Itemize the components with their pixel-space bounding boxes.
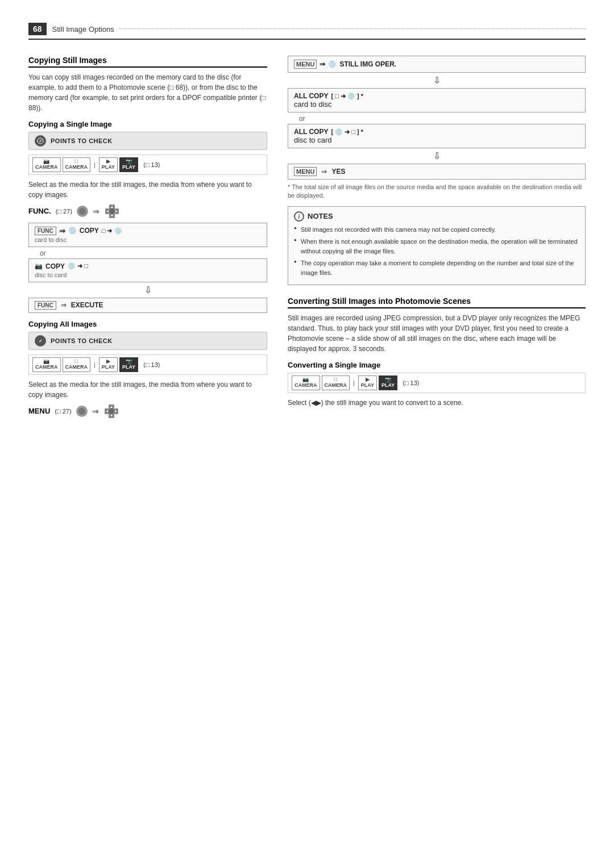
conv-sep: | (353, 379, 355, 386)
header-rule (119, 28, 586, 29)
func-badge-1: FUNC (35, 227, 56, 235)
func-label: FUNC. (28, 207, 51, 215)
allcopy-card-disc-box: ALL COPY [ □ ➜ 💿 ] * card to disc (288, 88, 586, 112)
menu-label-text: MENU (28, 407, 50, 415)
copy-disc-to-card-box: 📷 COPY 💿 ➜ □ disc to card (28, 258, 267, 282)
right-column: MENU ⇒ 💿 STILL IMG OPER. ⇩ ALL COPY [ □ … (288, 56, 586, 423)
disc-icon-1: 💿 (68, 227, 77, 235)
note-2: When there is not enough available space… (294, 237, 579, 256)
dpad-icon (104, 203, 120, 219)
camera-badge-2: □ CAMERA (63, 157, 91, 172)
points-icon: ✓ (35, 135, 46, 147)
copy-sublabel-1: card to disc (35, 236, 261, 243)
note-3: The copy operation may take a moment to … (294, 258, 579, 277)
page-container: 68 Still Image Options Copying Still Ima… (0, 0, 614, 868)
yes-box: MENU ⇒ YES (288, 164, 586, 180)
select-media-text-single: Select as the media for the still images… (28, 180, 267, 200)
conv-camera-badge-1: 📷 CAMERA (292, 375, 320, 390)
disc-icon-right: 💿 (328, 60, 337, 68)
camera-badge-1: 📷 CAMERA (32, 157, 61, 172)
svg-point-14 (78, 407, 85, 414)
play-badge-all-1: ▶ PLAY (99, 357, 118, 372)
func-circle-btn[interactable] (77, 206, 88, 217)
down-arrow-right-2: ⇩ (288, 151, 586, 161)
copy-op-row-2: 📷 COPY 💿 ➜ □ (35, 262, 261, 270)
card-symbol-1: □ ➜ 💿 (102, 227, 122, 235)
subsection-copy-single: Copying a Single Image (28, 120, 267, 128)
menu-badge: MENU (294, 60, 317, 69)
down-arrow-right-1: ⇩ (288, 75, 586, 86)
allcopy-symbols-1: [ □ ➜ 💿 ] * (331, 93, 363, 100)
points-label-all: POINTS TO CHECK (51, 337, 113, 344)
svg-point-19 (109, 408, 114, 414)
mode-indicators-all: 📷 CAMERA □ CAMERA | ▶ PLAY 📷 PLAY (□ 13) (28, 354, 267, 375)
menu-arrow: ⇒ (92, 407, 99, 416)
copy-op-row-1: FUNC ⇒ 💿 COPY □ ➜ 💿 (35, 227, 261, 235)
notes-header: i NOTES (294, 211, 579, 222)
play-badge-all-2: 📷 PLAY (119, 357, 138, 372)
menu-ref: (□ 27) (55, 408, 71, 415)
intro-text: You can copy still images recorded on th… (28, 72, 267, 113)
still-img-row: MENU ⇒ 💿 STILL IMG OPER. (294, 60, 579, 69)
mode-sep-all: | (94, 361, 96, 368)
func-badge-exec: FUNC (35, 301, 56, 310)
note-1: Still images not recorded with this came… (294, 225, 579, 235)
yes-arrow: ⇒ (321, 168, 327, 176)
notes-title: NOTES (308, 212, 333, 220)
play-badge-2-highlighted: 📷 PLAY (119, 157, 138, 172)
menu-dpad-icon (103, 403, 119, 419)
allcopy-sublabel-2: disc to card (294, 136, 579, 144)
points-to-check-single: ✓ POINTS TO CHECK (28, 132, 267, 150)
allcopy-symbols-2: [ 💿 ➜ □ ] * (331, 128, 363, 136)
allcopy-label-2: ALL COPY (294, 128, 328, 136)
mode-indicators-single: 📷 CAMERA □ CAMERA | ▶ PLAY 📷 PLAY (□ 13) (28, 155, 267, 175)
menu-badge-yes: MENU (294, 167, 317, 176)
disc-card-symbols-2: 💿 ➜ □ (68, 262, 88, 270)
page-header: 68 Still Image Options (28, 23, 586, 40)
card-icon-1: 📷 (35, 262, 43, 270)
func-line: FUNC. (□ 27) ⇒ (28, 203, 267, 219)
copy-label-1: COPY (80, 227, 99, 235)
points-icon-all: ✓ (35, 335, 46, 347)
subsection-copy-all: Copying All Images (28, 320, 267, 328)
still-img-oper-box: MENU ⇒ 💿 STILL IMG OPER. (288, 56, 586, 73)
notes-i-icon: i (294, 211, 304, 222)
conv-mode-ref: (□ 13) (403, 379, 419, 386)
allcopy-disc-card-box: ALL COPY [ 💿 ➜ □ ] * disc to card (288, 124, 586, 148)
converting-body-text: Still images are recorded using JPEG com… (288, 313, 586, 354)
mode-sep-1: | (94, 161, 96, 168)
or-separator-right: or (299, 115, 586, 123)
copy-sublabel-2: disc to card (35, 272, 261, 278)
page-number: 68 (28, 23, 47, 35)
func-arrow: ⇒ (93, 207, 99, 216)
svg-text:✓: ✓ (39, 339, 43, 344)
copy-label-2: COPY (45, 262, 65, 270)
copy-card-to-disc-box: FUNC ⇒ 💿 COPY □ ➜ 💿 card to disc (28, 223, 267, 247)
or-separator-1: or (40, 249, 267, 257)
still-arrow: ⇒ (320, 60, 325, 68)
mode-ref-single: (□ 13) (143, 161, 160, 168)
page-header-title: Still Image Options (52, 25, 114, 34)
conv-camera-badge-2: □ CAMERA (322, 375, 350, 390)
yes-label: YES (331, 168, 345, 176)
conv-play-badge-2: 📷 PLAY (379, 375, 397, 390)
footnote-text: * The total size of all image files on t… (288, 183, 586, 201)
notes-box: i NOTES Still images not recorded with t… (288, 206, 586, 286)
menu-line: MENU (□ 27) ⇒ (28, 403, 267, 419)
svg-point-2 (79, 208, 86, 215)
execute-box: FUNC ⇒ EXECUTE (28, 298, 267, 313)
left-column: Copying Still Images You can copy still … (28, 56, 267, 423)
two-col-layout: Copying Still Images You can copy still … (28, 56, 586, 423)
play-badge-1: ▶ PLAY (99, 157, 118, 172)
select-convert-text: Select (◀▶) the still image you want to … (288, 398, 586, 408)
execute-label: EXECUTE (71, 301, 103, 309)
mode-ref-all: (□ 13) (143, 361, 160, 368)
allcopy-row-2: ALL COPY [ 💿 ➜ □ ] * (294, 128, 579, 136)
func-ref: (□ 27) (56, 208, 72, 215)
camera-badge-all-1: 📷 CAMERA (32, 357, 61, 372)
down-arrow-single: ⇩ (28, 285, 267, 295)
points-to-check-all: ✓ POINTS TO CHECK (28, 332, 267, 350)
converting-section-title: Converting Still Images into Photomovie … (288, 297, 586, 308)
execute-arrow: ⇒ (61, 301, 67, 309)
menu-circle-btn[interactable] (76, 406, 88, 417)
